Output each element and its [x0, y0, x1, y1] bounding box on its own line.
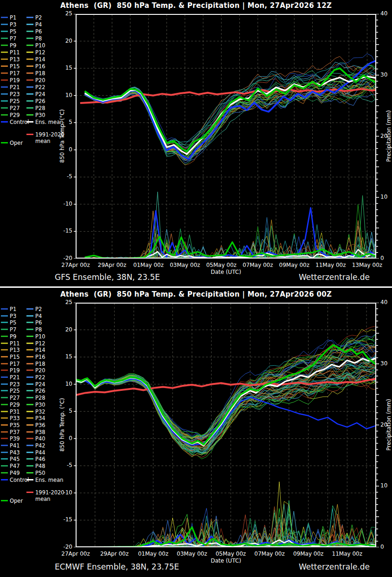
legend-item-p2: P2	[26, 15, 42, 21]
legend-item-p40: P40	[26, 436, 45, 442]
legend-label: Oper	[10, 140, 23, 146]
legend-item-p8: P8	[26, 327, 42, 333]
legend-item-p1: P1	[1, 15, 16, 21]
legend-line-swatch	[1, 343, 8, 344]
legend-label: P30	[35, 112, 45, 118]
legend-line-swatch	[26, 31, 33, 32]
chart-title: Athens (GR) 850 hPa Temp. & Precipitatio…	[0, 1, 392, 10]
legend-line-swatch	[26, 404, 33, 405]
legend-item-p25: P25	[1, 98, 20, 104]
y-left-tick-label: 10	[51, 381, 72, 387]
legend-line-swatch	[1, 24, 8, 25]
legend-line-swatch	[1, 404, 8, 405]
legend-line-swatch	[1, 329, 8, 330]
legend-line-swatch	[26, 438, 33, 439]
legend-item-p2: P2	[26, 306, 42, 312]
legend-line-swatch	[1, 52, 8, 53]
legend-item-p17: P17	[1, 71, 20, 77]
legend-label: P16	[35, 354, 45, 360]
legend-item-p19: P19	[1, 78, 20, 84]
legend-item-ens-mean: Ens. mean	[26, 477, 63, 483]
legend-label: P5	[10, 319, 16, 326]
chart-title: Athens (GR) 850 hPa Temp. & Precipitatio…	[0, 290, 392, 298]
legend-line-swatch	[1, 72, 8, 74]
legend-line-swatch	[26, 376, 33, 378]
legend-label: P33	[10, 415, 20, 421]
legend-item-p12: P12	[26, 50, 45, 56]
legend-label: P7	[10, 326, 16, 333]
legend-item-p38: P38	[26, 429, 45, 435]
legend-item-p41: P41	[1, 443, 20, 449]
legend-item-p22: P22	[26, 375, 45, 381]
legend-item-p14: P14	[26, 57, 45, 63]
legend-label: P37	[10, 429, 20, 435]
legend-label: P12	[35, 49, 45, 56]
legend-label: P27	[10, 105, 20, 111]
legend-line-swatch	[26, 45, 33, 46]
y-left-tick-label: -20	[51, 255, 72, 261]
legend-label: P4	[35, 313, 42, 319]
legend-item-p32: P32	[26, 409, 45, 415]
legend-line-swatch	[1, 411, 8, 412]
y-left-tick-label: 20	[51, 38, 72, 44]
legend-line-swatch	[26, 17, 33, 18]
legend-line-swatch	[1, 431, 8, 433]
legend-label: P36	[35, 422, 45, 428]
model-label: ECMWF Ensemble, 38N, 23.75E	[55, 562, 179, 571]
legend-item-p49: P49	[1, 470, 20, 476]
legend-label: P39	[10, 435, 20, 442]
legend-line-swatch	[26, 93, 33, 95]
legend-item-p14: P14	[26, 347, 45, 353]
legend-label: P24	[35, 381, 45, 388]
legend-line-swatch	[1, 17, 8, 18]
legend-label: P28	[35, 105, 45, 111]
legend-item-p44: P44	[26, 450, 45, 456]
legend-line-swatch	[26, 86, 33, 88]
legend-line-swatch	[26, 472, 33, 473]
legend-item-p8: P8	[26, 36, 42, 42]
x-tick-label: 29Apr 00z	[95, 551, 134, 557]
legend-label: P21	[10, 374, 20, 381]
legend-label-climate-mean-line2: mean	[35, 138, 51, 144]
legend-item-p34: P34	[26, 415, 45, 421]
ecmwf-plot-canvas	[73, 303, 379, 547]
legend-line-swatch	[26, 100, 33, 102]
legend-label: P27	[10, 395, 20, 401]
legend-label: P48	[35, 463, 45, 469]
legend-line-swatch	[1, 424, 8, 426]
y-left-tick-label: -15	[51, 516, 72, 523]
legend-item-p23: P23	[1, 382, 20, 388]
legend-line-swatch	[1, 383, 8, 385]
legend-item-oper: Oper	[1, 498, 23, 504]
gfs-plot-canvas	[73, 14, 379, 259]
legend-item-p20: P20	[26, 368, 45, 374]
y-right-tick-label: 30	[380, 360, 392, 367]
legend-line-swatch	[26, 390, 33, 391]
legend-item-p19: P19	[1, 368, 20, 374]
legend-label-climate-mean-line2: mean	[35, 496, 51, 502]
legend-line-swatch	[26, 134, 33, 135]
legend-item-p33: P33	[1, 415, 20, 421]
legend-label: P14	[35, 56, 45, 63]
legend-line-swatch	[26, 308, 33, 310]
legend-line-swatch	[26, 349, 33, 350]
legend-line-swatch	[1, 390, 8, 391]
legend-item-p21: P21	[1, 375, 20, 381]
legend-line-swatch	[26, 492, 33, 493]
legend-item-p29: P29	[1, 402, 20, 408]
legend-item-p4: P4	[26, 22, 42, 28]
legend-line-swatch	[26, 397, 33, 398]
legend-label: P25	[10, 98, 20, 104]
legend-line-swatch	[1, 472, 8, 473]
legend-line-swatch	[26, 114, 33, 116]
legend-line-swatch	[26, 465, 33, 467]
x-tick-label: 11May 00z	[311, 262, 350, 268]
legend-item-p9: P9	[1, 334, 16, 340]
legend-line-swatch	[26, 58, 33, 60]
y-axis-left-title: 850 hPa Temp. (°C)	[59, 99, 65, 173]
legend-line-swatch	[1, 142, 8, 143]
legend-label: P6	[35, 319, 42, 326]
legend-item-p31: P31	[1, 409, 20, 415]
legend-line-swatch	[26, 343, 33, 344]
legend-item-control: Control	[1, 119, 29, 125]
